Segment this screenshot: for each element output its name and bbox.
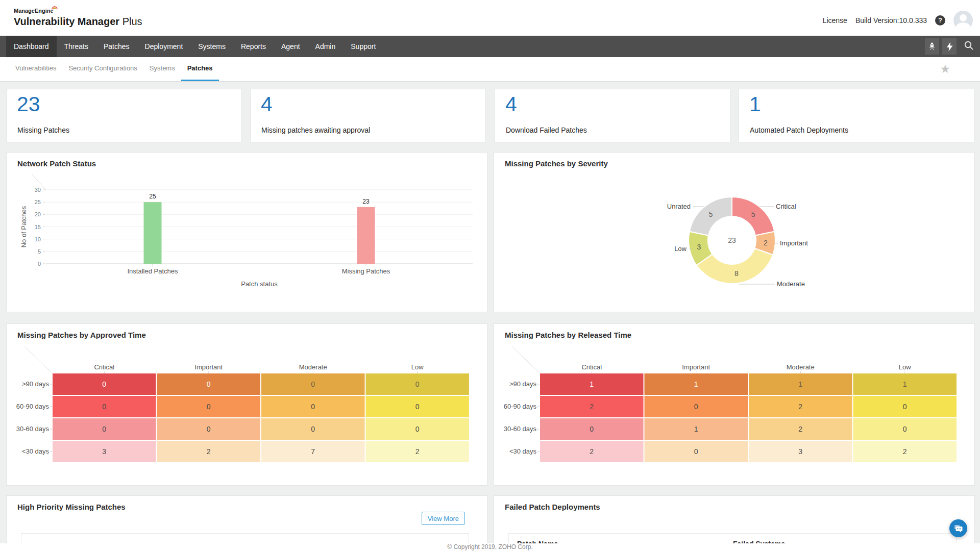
svg-text:30: 30 xyxy=(35,187,41,193)
svg-text:3: 3 xyxy=(798,447,802,456)
nav-item-patches[interactable]: Patches xyxy=(96,36,137,57)
svg-text:Critical: Critical xyxy=(94,363,114,371)
svg-text:5: 5 xyxy=(38,248,41,255)
svg-text:2: 2 xyxy=(415,447,420,456)
svg-text:2: 2 xyxy=(207,447,211,456)
svg-text:0: 0 xyxy=(207,403,211,411)
stat-card-missing-patches[interactable]: 23Missing Patches xyxy=(6,89,242,142)
panel-missing-by-severity: 5283523CriticalImportantModerateLowUnrat… xyxy=(494,152,975,312)
svg-text:>90 days: >90 days xyxy=(22,380,50,388)
copyright-text: © Copyright 2019, ZOHO Corp. xyxy=(447,543,533,550)
svg-text:23: 23 xyxy=(728,236,736,244)
stat-card-automated-patch-deployments[interactable]: 1Automated Patch Deployments xyxy=(739,89,974,142)
nav-item-admin[interactable]: Admin xyxy=(308,36,344,57)
svg-text:Moderate: Moderate xyxy=(787,363,815,371)
svg-text:Low: Low xyxy=(411,363,424,371)
panel-title: Missing Patches by Approved Time xyxy=(17,331,146,339)
footer: © Copyright 2019, ZOHO Corp. xyxy=(0,543,980,551)
svg-text:30-60 days: 30-60 days xyxy=(16,425,50,433)
flash-icon[interactable] xyxy=(942,38,957,55)
svg-text:>90 days: >90 days xyxy=(509,380,537,388)
subtab-patches[interactable]: Patches xyxy=(181,57,219,82)
panel-title: Failed Patch Deployments xyxy=(505,503,600,511)
nav-item-threats[interactable]: Threats xyxy=(57,36,96,57)
svg-text:1: 1 xyxy=(694,425,698,433)
svg-text:0: 0 xyxy=(694,403,698,411)
chat-fab[interactable] xyxy=(949,519,967,537)
svg-text:Moderate: Moderate xyxy=(299,363,327,371)
help-icon[interactable]: ? xyxy=(935,15,945,26)
svg-text:1: 1 xyxy=(903,380,907,388)
svg-text:Critical: Critical xyxy=(776,203,796,210)
svg-text:1: 1 xyxy=(798,380,802,388)
svg-text:No of Patches: No of Patches xyxy=(20,206,28,247)
panel-missing-by-approved-time: CriticalImportantModerateLow>90 days0000… xyxy=(6,323,487,486)
svg-text:2: 2 xyxy=(764,239,768,247)
svg-text:Critical: Critical xyxy=(581,363,602,371)
nav-item-agent[interactable]: Agent xyxy=(274,36,308,57)
brand-company: ManageEngine xyxy=(14,8,54,14)
svg-text:Unrated: Unrated xyxy=(667,203,691,210)
svg-text:0: 0 xyxy=(207,380,211,388)
svg-text:0: 0 xyxy=(590,425,594,433)
nav-item-systems[interactable]: Systems xyxy=(190,36,233,57)
main-nav: DashboardThreatsPatchesDeploymentSystems… xyxy=(0,36,980,57)
svg-text:Installed Patches: Installed Patches xyxy=(127,267,178,275)
bar-missing-patches[interactable] xyxy=(357,207,375,264)
stat-label: Automated Patch Deployments xyxy=(750,126,848,134)
svg-text:0: 0 xyxy=(311,380,315,388)
stat-card-missing-patches-awaiting-approval[interactable]: 4Missing patches awaiting approval xyxy=(250,89,486,142)
view-more-button[interactable]: View More xyxy=(422,512,465,525)
panel-title: Network Patch Status xyxy=(17,159,96,168)
stat-value: 1 xyxy=(749,92,761,116)
svg-text:0: 0 xyxy=(102,425,106,433)
panel-high-priority-missing: High Priority Missing Patches View More xyxy=(6,495,487,551)
approved-time-heatmap: CriticalImportantModerateLow>90 days0000… xyxy=(7,324,487,485)
stat-value: 4 xyxy=(505,92,517,116)
svg-text:30-60 days: 30-60 days xyxy=(504,425,537,433)
svg-text:20: 20 xyxy=(35,211,41,217)
nav-item-deployment[interactable]: Deployment xyxy=(137,36,191,57)
released-time-heatmap: CriticalImportantModerateLow>90 days1111… xyxy=(494,324,974,485)
svg-text:0: 0 xyxy=(311,425,315,433)
svg-text:15: 15 xyxy=(35,224,41,230)
svg-text:23: 23 xyxy=(362,198,370,205)
svg-text:Missing Patches: Missing Patches xyxy=(342,267,390,275)
svg-text:5: 5 xyxy=(708,210,713,218)
svg-text:2: 2 xyxy=(590,447,594,456)
nav-item-support[interactable]: Support xyxy=(343,36,383,57)
subtab-security-configurations[interactable]: Security Configurations xyxy=(62,57,143,82)
svg-text:2: 2 xyxy=(903,447,907,456)
svg-text:25: 25 xyxy=(35,199,41,205)
svg-text:Moderate: Moderate xyxy=(777,280,805,288)
subtab-vulnerabilities[interactable]: Vulnerabilities xyxy=(9,57,62,82)
bar-installed-patches[interactable] xyxy=(144,202,162,264)
svg-text:2: 2 xyxy=(798,403,802,411)
svg-text:0: 0 xyxy=(415,380,420,388)
product-name: Vulnerability Manager xyxy=(14,16,119,27)
user-avatar[interactable] xyxy=(953,11,973,30)
svg-text:0: 0 xyxy=(311,403,315,411)
svg-text:25: 25 xyxy=(149,193,156,200)
svg-text:8: 8 xyxy=(734,269,739,278)
svg-text:Important: Important xyxy=(194,363,223,371)
stat-card-download-failed-patches[interactable]: 4Download Failed Patches xyxy=(495,89,730,142)
subtab-systems[interactable]: Systems xyxy=(143,57,181,82)
svg-text:60-90 days: 60-90 days xyxy=(504,403,537,410)
brand-logo[interactable]: ManageEngine Vulnerability Manager Plus xyxy=(14,6,142,28)
svg-text:0: 0 xyxy=(415,425,420,433)
star-icon[interactable]: ★ xyxy=(940,62,950,76)
svg-text:60-90 days: 60-90 days xyxy=(16,403,50,410)
panel-title: Missing Patches by Severity xyxy=(505,159,608,168)
svg-text:7: 7 xyxy=(311,447,315,456)
manageengine-swoosh-icon xyxy=(52,5,58,10)
license-link[interactable]: License xyxy=(823,16,847,24)
nav-item-dashboard[interactable]: Dashboard xyxy=(6,36,57,57)
nav-item-reports[interactable]: Reports xyxy=(233,36,274,57)
stat-value: 4 xyxy=(261,92,273,116)
svg-text:0: 0 xyxy=(102,403,106,411)
search-icon[interactable] xyxy=(964,40,974,53)
svg-text:1: 1 xyxy=(590,380,594,388)
rocket-icon[interactable] xyxy=(925,38,939,55)
panel-failed-deployments: Failed Patch Deployments Patch Name Fail… xyxy=(494,495,975,551)
